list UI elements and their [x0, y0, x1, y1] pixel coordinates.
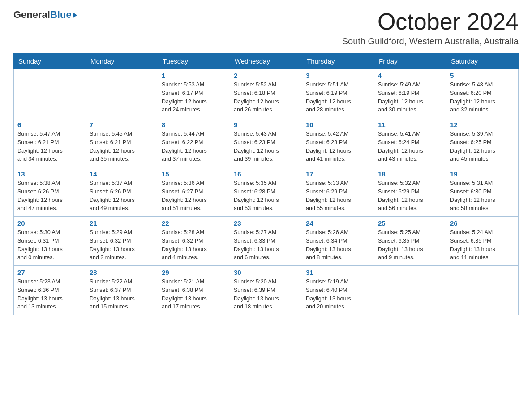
- day-number: 28: [90, 269, 154, 276]
- logo-blue-container: Blue: [50, 9, 77, 21]
- day-number: 5: [450, 72, 515, 79]
- day-info: Sunrise: 5:23 AM Sunset: 6:36 PM Dayligh…: [17, 278, 82, 311]
- day-number: 13: [17, 170, 82, 178]
- calendar-day-cell: [86, 69, 158, 118]
- calendar-day-cell: 8Sunrise: 5:44 AM Sunset: 6:22 PM Daylig…: [158, 118, 230, 167]
- day-info: Sunrise: 5:25 AM Sunset: 6:35 PM Dayligh…: [378, 228, 442, 262]
- day-info: Sunrise: 5:31 AM Sunset: 6:30 PM Dayligh…: [450, 179, 515, 213]
- calendar-day-cell: 11Sunrise: 5:41 AM Sunset: 6:24 PM Dayli…: [374, 118, 446, 167]
- day-number: 15: [162, 170, 226, 178]
- calendar-day-cell: 7Sunrise: 5:45 AM Sunset: 6:21 PM Daylig…: [86, 118, 158, 167]
- calendar-day-cell: 29Sunrise: 5:21 AM Sunset: 6:38 PM Dayli…: [158, 266, 230, 315]
- calendar-day-cell: 31Sunrise: 5:19 AM Sunset: 6:40 PM Dayli…: [302, 266, 374, 315]
- calendar-day-cell: 10Sunrise: 5:42 AM Sunset: 6:23 PM Dayli…: [302, 118, 374, 167]
- day-info: Sunrise: 5:45 AM Sunset: 6:21 PM Dayligh…: [90, 130, 154, 163]
- calendar-day-cell: [446, 266, 519, 315]
- day-number: 21: [90, 219, 154, 227]
- calendar-day-cell: 2Sunrise: 5:52 AM Sunset: 6:18 PM Daylig…: [230, 69, 302, 118]
- day-info: Sunrise: 5:42 AM Sunset: 6:23 PM Dayligh…: [306, 130, 370, 163]
- day-info: Sunrise: 5:29 AM Sunset: 6:32 PM Dayligh…: [90, 228, 154, 262]
- calendar-day-cell: 13Sunrise: 5:38 AM Sunset: 6:26 PM Dayli…: [14, 167, 86, 217]
- calendar-day-cell: 24Sunrise: 5:26 AM Sunset: 6:34 PM Dayli…: [302, 217, 374, 266]
- day-number: 3: [306, 72, 370, 79]
- calendar-day-cell: 25Sunrise: 5:25 AM Sunset: 6:35 PM Dayli…: [374, 217, 446, 266]
- calendar-day-cell: 9Sunrise: 5:43 AM Sunset: 6:23 PM Daylig…: [230, 118, 302, 167]
- calendar-day-cell: 19Sunrise: 5:31 AM Sunset: 6:30 PM Dayli…: [446, 167, 519, 217]
- day-info: Sunrise: 5:38 AM Sunset: 6:26 PM Dayligh…: [17, 179, 82, 213]
- logo-blue: Blue: [50, 9, 72, 21]
- logo-arrow-icon: [73, 12, 77, 18]
- day-info: Sunrise: 5:19 AM Sunset: 6:40 PM Dayligh…: [306, 278, 370, 311]
- day-info: Sunrise: 5:24 AM Sunset: 6:35 PM Dayligh…: [450, 228, 515, 262]
- day-info: Sunrise: 5:26 AM Sunset: 6:34 PM Dayligh…: [306, 228, 370, 262]
- calendar-day-cell: 14Sunrise: 5:37 AM Sunset: 6:26 PM Dayli…: [86, 167, 158, 217]
- calendar-day-header: Saturday: [446, 54, 519, 69]
- day-number: 25: [378, 219, 442, 227]
- calendar-day-cell: 4Sunrise: 5:49 AM Sunset: 6:19 PM Daylig…: [374, 69, 446, 118]
- calendar-day-header: Monday: [86, 54, 158, 69]
- day-info: Sunrise: 5:43 AM Sunset: 6:23 PM Dayligh…: [234, 130, 298, 163]
- day-info: Sunrise: 5:41 AM Sunset: 6:24 PM Dayligh…: [378, 130, 442, 163]
- day-info: Sunrise: 5:27 AM Sunset: 6:33 PM Dayligh…: [234, 228, 298, 262]
- calendar-day-cell: 5Sunrise: 5:48 AM Sunset: 6:20 PM Daylig…: [446, 69, 519, 118]
- calendar-day-cell: 30Sunrise: 5:20 AM Sunset: 6:39 PM Dayli…: [230, 266, 302, 315]
- day-info: Sunrise: 5:47 AM Sunset: 6:21 PM Dayligh…: [17, 130, 82, 163]
- logo-text: General Blue: [13, 9, 77, 21]
- title-area: October 2024 South Guildford, Western Au…: [342, 9, 519, 47]
- day-number: 23: [234, 219, 298, 227]
- day-number: 27: [17, 269, 82, 276]
- day-number: 10: [306, 121, 370, 128]
- calendar-day-header: Tuesday: [158, 54, 230, 69]
- calendar-day-header: Wednesday: [230, 54, 302, 69]
- calendar-week-row: 27Sunrise: 5:23 AM Sunset: 6:36 PM Dayli…: [14, 266, 519, 315]
- day-info: Sunrise: 5:44 AM Sunset: 6:22 PM Dayligh…: [162, 130, 226, 163]
- day-number: 30: [234, 269, 298, 276]
- calendar-day-cell: 6Sunrise: 5:47 AM Sunset: 6:21 PM Daylig…: [14, 118, 86, 167]
- calendar-day-cell: [14, 69, 86, 118]
- calendar-day-cell: 28Sunrise: 5:22 AM Sunset: 6:37 PM Dayli…: [86, 266, 158, 315]
- day-info: Sunrise: 5:30 AM Sunset: 6:31 PM Dayligh…: [17, 228, 82, 262]
- day-info: Sunrise: 5:49 AM Sunset: 6:19 PM Dayligh…: [378, 81, 442, 114]
- main-title: October 2024: [342, 9, 519, 34]
- calendar-day-cell: 26Sunrise: 5:24 AM Sunset: 6:35 PM Dayli…: [446, 217, 519, 266]
- day-info: Sunrise: 5:36 AM Sunset: 6:27 PM Dayligh…: [162, 179, 226, 213]
- day-number: 31: [306, 269, 370, 276]
- day-number: 18: [378, 170, 442, 178]
- calendar-day-cell: 12Sunrise: 5:39 AM Sunset: 6:25 PM Dayli…: [446, 118, 519, 167]
- day-info: Sunrise: 5:53 AM Sunset: 6:17 PM Dayligh…: [162, 81, 226, 114]
- day-number: 1: [162, 72, 226, 79]
- day-number: 11: [378, 121, 442, 128]
- calendar-day-header: Thursday: [302, 54, 374, 69]
- calendar-day-cell: 16Sunrise: 5:35 AM Sunset: 6:28 PM Dayli…: [230, 167, 302, 217]
- calendar-day-cell: 3Sunrise: 5:51 AM Sunset: 6:19 PM Daylig…: [302, 69, 374, 118]
- day-info: Sunrise: 5:28 AM Sunset: 6:32 PM Dayligh…: [162, 228, 226, 262]
- calendar-day-cell: 22Sunrise: 5:28 AM Sunset: 6:32 PM Dayli…: [158, 217, 230, 266]
- logo-general: General: [13, 9, 50, 21]
- calendar-week-row: 20Sunrise: 5:30 AM Sunset: 6:31 PM Dayli…: [14, 217, 519, 266]
- day-number: 22: [162, 219, 226, 227]
- day-number: 19: [450, 170, 515, 178]
- calendar-day-cell: 1Sunrise: 5:53 AM Sunset: 6:17 PM Daylig…: [158, 69, 230, 118]
- day-info: Sunrise: 5:22 AM Sunset: 6:37 PM Dayligh…: [90, 278, 154, 311]
- calendar-week-row: 13Sunrise: 5:38 AM Sunset: 6:26 PM Dayli…: [14, 167, 519, 217]
- day-number: 6: [17, 121, 82, 128]
- day-info: Sunrise: 5:37 AM Sunset: 6:26 PM Dayligh…: [90, 179, 154, 213]
- day-number: 7: [90, 121, 154, 128]
- day-number: 12: [450, 121, 515, 128]
- calendar-day-cell: 23Sunrise: 5:27 AM Sunset: 6:33 PM Dayli…: [230, 217, 302, 266]
- day-info: Sunrise: 5:48 AM Sunset: 6:20 PM Dayligh…: [450, 81, 515, 114]
- calendar-header-row: SundayMondayTuesdayWednesdayThursdayFrid…: [14, 54, 519, 69]
- day-info: Sunrise: 5:32 AM Sunset: 6:29 PM Dayligh…: [378, 179, 442, 213]
- calendar-day-header: Friday: [374, 54, 446, 69]
- calendar-day-header: Sunday: [14, 54, 86, 69]
- day-number: 24: [306, 219, 370, 227]
- calendar-day-cell: 20Sunrise: 5:30 AM Sunset: 6:31 PM Dayli…: [14, 217, 86, 266]
- day-number: 16: [234, 170, 298, 178]
- day-info: Sunrise: 5:21 AM Sunset: 6:38 PM Dayligh…: [162, 278, 226, 311]
- calendar-week-row: 1Sunrise: 5:53 AM Sunset: 6:17 PM Daylig…: [14, 69, 519, 118]
- day-number: 9: [234, 121, 298, 128]
- calendar-day-cell: 15Sunrise: 5:36 AM Sunset: 6:27 PM Dayli…: [158, 167, 230, 217]
- calendar-day-cell: [374, 266, 446, 315]
- day-number: 8: [162, 121, 226, 128]
- day-info: Sunrise: 5:33 AM Sunset: 6:29 PM Dayligh…: [306, 179, 370, 213]
